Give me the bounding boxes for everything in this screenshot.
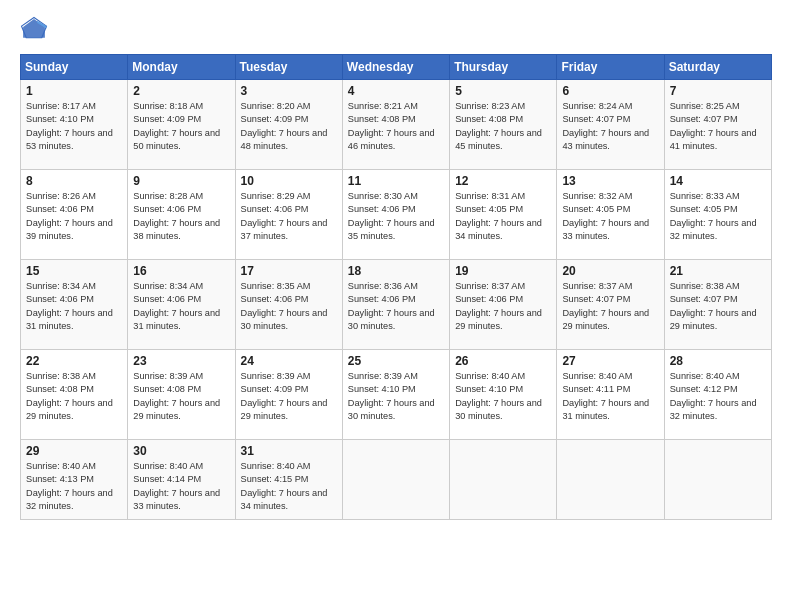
- calendar-cell: 26 Sunrise: 8:40 AMSunset: 4:10 PMDaylig…: [450, 350, 557, 440]
- day-number: 2: [133, 84, 230, 98]
- day-info: Sunrise: 8:20 AMSunset: 4:09 PMDaylight:…: [241, 101, 328, 151]
- calendar-cell: 22 Sunrise: 8:38 AMSunset: 4:08 PMDaylig…: [21, 350, 128, 440]
- calendar-week-row: 15 Sunrise: 8:34 AMSunset: 4:06 PMDaylig…: [21, 260, 772, 350]
- weekday-header: Monday: [128, 55, 235, 80]
- calendar-cell: [342, 440, 449, 520]
- day-info: Sunrise: 8:37 AMSunset: 4:07 PMDaylight:…: [562, 281, 649, 331]
- day-number: 18: [348, 264, 445, 278]
- day-info: Sunrise: 8:39 AMSunset: 4:10 PMDaylight:…: [348, 371, 435, 421]
- calendar-cell: 21 Sunrise: 8:38 AMSunset: 4:07 PMDaylig…: [664, 260, 771, 350]
- calendar-cell: 2 Sunrise: 8:18 AMSunset: 4:09 PMDayligh…: [128, 80, 235, 170]
- calendar-cell: 1 Sunrise: 8:17 AMSunset: 4:10 PMDayligh…: [21, 80, 128, 170]
- day-number: 10: [241, 174, 338, 188]
- calendar-cell: 9 Sunrise: 8:28 AMSunset: 4:06 PMDayligh…: [128, 170, 235, 260]
- day-info: Sunrise: 8:40 AMSunset: 4:12 PMDaylight:…: [670, 371, 757, 421]
- logo: [20, 16, 52, 44]
- generalblue-logo-icon: [20, 16, 48, 44]
- day-info: Sunrise: 8:40 AMSunset: 4:13 PMDaylight:…: [26, 461, 113, 511]
- page: SundayMondayTuesdayWednesdayThursdayFrid…: [0, 0, 792, 612]
- calendar-cell: 4 Sunrise: 8:21 AMSunset: 4:08 PMDayligh…: [342, 80, 449, 170]
- day-number: 9: [133, 174, 230, 188]
- day-info: Sunrise: 8:30 AMSunset: 4:06 PMDaylight:…: [348, 191, 435, 241]
- day-number: 23: [133, 354, 230, 368]
- weekday-header: Friday: [557, 55, 664, 80]
- day-info: Sunrise: 8:24 AMSunset: 4:07 PMDaylight:…: [562, 101, 649, 151]
- calendar-cell: [557, 440, 664, 520]
- day-number: 24: [241, 354, 338, 368]
- day-info: Sunrise: 8:34 AMSunset: 4:06 PMDaylight:…: [26, 281, 113, 331]
- calendar-cell: [450, 440, 557, 520]
- day-number: 8: [26, 174, 123, 188]
- weekday-header: Tuesday: [235, 55, 342, 80]
- weekday-header: Saturday: [664, 55, 771, 80]
- day-info: Sunrise: 8:23 AMSunset: 4:08 PMDaylight:…: [455, 101, 542, 151]
- day-number: 20: [562, 264, 659, 278]
- day-number: 7: [670, 84, 767, 98]
- calendar-cell: 6 Sunrise: 8:24 AMSunset: 4:07 PMDayligh…: [557, 80, 664, 170]
- svg-marker-1: [23, 19, 45, 38]
- day-info: Sunrise: 8:35 AMSunset: 4:06 PMDaylight:…: [241, 281, 328, 331]
- day-info: Sunrise: 8:38 AMSunset: 4:08 PMDaylight:…: [26, 371, 113, 421]
- calendar-header-row: SundayMondayTuesdayWednesdayThursdayFrid…: [21, 55, 772, 80]
- calendar-cell: 16 Sunrise: 8:34 AMSunset: 4:06 PMDaylig…: [128, 260, 235, 350]
- day-number: 22: [26, 354, 123, 368]
- day-info: Sunrise: 8:29 AMSunset: 4:06 PMDaylight:…: [241, 191, 328, 241]
- day-number: 13: [562, 174, 659, 188]
- day-info: Sunrise: 8:40 AMSunset: 4:10 PMDaylight:…: [455, 371, 542, 421]
- calendar-cell: 8 Sunrise: 8:26 AMSunset: 4:06 PMDayligh…: [21, 170, 128, 260]
- calendar-cell: 14 Sunrise: 8:33 AMSunset: 4:05 PMDaylig…: [664, 170, 771, 260]
- calendar-cell: 7 Sunrise: 8:25 AMSunset: 4:07 PMDayligh…: [664, 80, 771, 170]
- day-number: 27: [562, 354, 659, 368]
- day-info: Sunrise: 8:38 AMSunset: 4:07 PMDaylight:…: [670, 281, 757, 331]
- calendar-week-row: 22 Sunrise: 8:38 AMSunset: 4:08 PMDaylig…: [21, 350, 772, 440]
- calendar-cell: 11 Sunrise: 8:30 AMSunset: 4:06 PMDaylig…: [342, 170, 449, 260]
- day-info: Sunrise: 8:21 AMSunset: 4:08 PMDaylight:…: [348, 101, 435, 151]
- day-number: 26: [455, 354, 552, 368]
- day-number: 21: [670, 264, 767, 278]
- day-info: Sunrise: 8:40 AMSunset: 4:11 PMDaylight:…: [562, 371, 649, 421]
- calendar-cell: 24 Sunrise: 8:39 AMSunset: 4:09 PMDaylig…: [235, 350, 342, 440]
- day-info: Sunrise: 8:39 AMSunset: 4:09 PMDaylight:…: [241, 371, 328, 421]
- calendar-cell: 13 Sunrise: 8:32 AMSunset: 4:05 PMDaylig…: [557, 170, 664, 260]
- calendar-week-row: 29 Sunrise: 8:40 AMSunset: 4:13 PMDaylig…: [21, 440, 772, 520]
- calendar-cell: 30 Sunrise: 8:40 AMSunset: 4:14 PMDaylig…: [128, 440, 235, 520]
- day-number: 5: [455, 84, 552, 98]
- calendar-cell: 20 Sunrise: 8:37 AMSunset: 4:07 PMDaylig…: [557, 260, 664, 350]
- calendar-week-row: 8 Sunrise: 8:26 AMSunset: 4:06 PMDayligh…: [21, 170, 772, 260]
- calendar-cell: [664, 440, 771, 520]
- calendar-cell: 15 Sunrise: 8:34 AMSunset: 4:06 PMDaylig…: [21, 260, 128, 350]
- day-number: 28: [670, 354, 767, 368]
- calendar-table: SundayMondayTuesdayWednesdayThursdayFrid…: [20, 54, 772, 520]
- weekday-header: Wednesday: [342, 55, 449, 80]
- day-info: Sunrise: 8:25 AMSunset: 4:07 PMDaylight:…: [670, 101, 757, 151]
- calendar-cell: 19 Sunrise: 8:37 AMSunset: 4:06 PMDaylig…: [450, 260, 557, 350]
- weekday-header: Thursday: [450, 55, 557, 80]
- day-number: 14: [670, 174, 767, 188]
- day-info: Sunrise: 8:37 AMSunset: 4:06 PMDaylight:…: [455, 281, 542, 331]
- day-info: Sunrise: 8:40 AMSunset: 4:14 PMDaylight:…: [133, 461, 220, 511]
- calendar-cell: 3 Sunrise: 8:20 AMSunset: 4:09 PMDayligh…: [235, 80, 342, 170]
- day-number: 3: [241, 84, 338, 98]
- day-number: 31: [241, 444, 338, 458]
- day-info: Sunrise: 8:34 AMSunset: 4:06 PMDaylight:…: [133, 281, 220, 331]
- calendar-cell: 28 Sunrise: 8:40 AMSunset: 4:12 PMDaylig…: [664, 350, 771, 440]
- calendar-cell: 18 Sunrise: 8:36 AMSunset: 4:06 PMDaylig…: [342, 260, 449, 350]
- calendar-cell: 10 Sunrise: 8:29 AMSunset: 4:06 PMDaylig…: [235, 170, 342, 260]
- day-info: Sunrise: 8:39 AMSunset: 4:08 PMDaylight:…: [133, 371, 220, 421]
- day-number: 6: [562, 84, 659, 98]
- day-number: 30: [133, 444, 230, 458]
- day-info: Sunrise: 8:18 AMSunset: 4:09 PMDaylight:…: [133, 101, 220, 151]
- day-number: 19: [455, 264, 552, 278]
- day-info: Sunrise: 8:32 AMSunset: 4:05 PMDaylight:…: [562, 191, 649, 241]
- calendar-cell: 27 Sunrise: 8:40 AMSunset: 4:11 PMDaylig…: [557, 350, 664, 440]
- day-info: Sunrise: 8:28 AMSunset: 4:06 PMDaylight:…: [133, 191, 220, 241]
- weekday-header: Sunday: [21, 55, 128, 80]
- day-number: 12: [455, 174, 552, 188]
- day-number: 1: [26, 84, 123, 98]
- calendar-cell: 23 Sunrise: 8:39 AMSunset: 4:08 PMDaylig…: [128, 350, 235, 440]
- day-number: 17: [241, 264, 338, 278]
- day-number: 15: [26, 264, 123, 278]
- day-info: Sunrise: 8:40 AMSunset: 4:15 PMDaylight:…: [241, 461, 328, 511]
- calendar-cell: 17 Sunrise: 8:35 AMSunset: 4:06 PMDaylig…: [235, 260, 342, 350]
- day-number: 29: [26, 444, 123, 458]
